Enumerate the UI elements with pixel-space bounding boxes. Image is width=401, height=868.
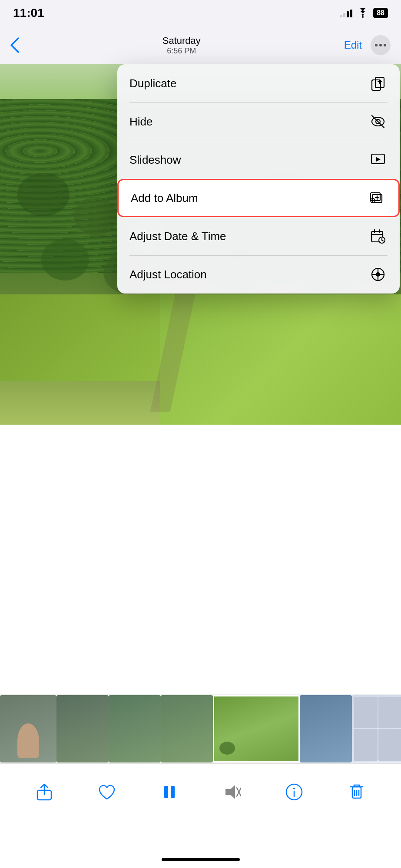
navigation-bar: Saturday 6:56 PM Edit bbox=[0, 26, 401, 64]
nav-time: 6:56 PM bbox=[19, 46, 344, 56]
mute-button[interactable] bbox=[219, 779, 245, 805]
share-button[interactable] bbox=[31, 779, 57, 805]
nav-date: Saturday bbox=[19, 35, 344, 46]
menu-item-add-to-album[interactable]: Add to Album bbox=[117, 179, 400, 217]
filmstrip-thumb-4[interactable] bbox=[161, 695, 213, 762]
back-button[interactable] bbox=[10, 37, 19, 53]
slideshow-icon bbox=[368, 150, 388, 169]
hide-label: Hide bbox=[129, 115, 152, 129]
filmstrip[interactable] bbox=[0, 694, 401, 763]
duplicate-label: Duplicate bbox=[129, 77, 176, 90]
svg-point-0 bbox=[362, 16, 364, 18]
svg-marker-23 bbox=[376, 157, 381, 162]
location-icon bbox=[368, 265, 388, 284]
add-to-album-label: Add to Album bbox=[131, 191, 198, 205]
filmstrip-thumb-2[interactable] bbox=[56, 695, 109, 762]
nav-center: Saturday 6:56 PM bbox=[19, 35, 344, 56]
filmstrip-thumb-active[interactable] bbox=[213, 695, 300, 762]
adjust-location-label: Adjust Location bbox=[129, 268, 207, 281]
battery-indicator: 88 bbox=[373, 8, 388, 18]
svg-rect-46 bbox=[164, 786, 168, 798]
favorite-button[interactable] bbox=[94, 779, 120, 805]
battery-level: 88 bbox=[377, 9, 384, 17]
svg-rect-47 bbox=[171, 786, 175, 798]
add-to-album-icon bbox=[367, 188, 386, 208]
calendar-clock-icon bbox=[368, 227, 388, 246]
nav-right-buttons: Edit bbox=[344, 35, 391, 55]
filmstrip-thumb-1[interactable] bbox=[0, 695, 56, 762]
filmstrip-thumb-3[interactable] bbox=[109, 695, 161, 762]
svg-point-2 bbox=[379, 44, 382, 46]
svg-point-43 bbox=[219, 742, 235, 755]
status-time: 11:01 bbox=[13, 6, 44, 20]
menu-item-adjust-date-time[interactable]: Adjust Date & Time bbox=[117, 217, 400, 255]
svg-point-3 bbox=[384, 44, 386, 46]
adjust-date-time-label: Adjust Date & Time bbox=[129, 230, 226, 243]
wifi-icon bbox=[357, 8, 369, 18]
pause-button[interactable] bbox=[156, 779, 182, 805]
svg-point-42 bbox=[378, 274, 379, 275]
slideshow-label: Slideshow bbox=[129, 153, 181, 167]
signal-icon bbox=[340, 9, 352, 17]
svg-point-5 bbox=[74, 197, 117, 236]
menu-item-duplicate[interactable]: Duplicate bbox=[117, 64, 400, 102]
more-button[interactable] bbox=[371, 35, 391, 55]
white-area bbox=[0, 425, 401, 694]
svg-point-1 bbox=[375, 44, 378, 46]
menu-item-adjust-location[interactable]: Adjust Location bbox=[117, 255, 400, 294]
status-icons: 88 bbox=[340, 8, 388, 18]
delete-button[interactable] bbox=[344, 779, 370, 805]
svg-marker-48 bbox=[225, 785, 235, 799]
home-indicator bbox=[162, 858, 240, 861]
bottom-toolbar bbox=[0, 763, 401, 820]
svg-point-4 bbox=[17, 173, 70, 216]
edit-button[interactable]: Edit bbox=[344, 39, 362, 51]
menu-item-slideshow[interactable]: Slideshow bbox=[117, 141, 400, 179]
menu-item-hide[interactable]: Hide bbox=[117, 102, 400, 141]
filmstrip-thumb-7[interactable] bbox=[352, 695, 401, 762]
context-menu: Duplicate Hide Slideshow bbox=[117, 64, 400, 294]
hide-icon bbox=[368, 112, 388, 131]
duplicate-icon bbox=[368, 74, 388, 93]
svg-point-10 bbox=[41, 239, 89, 281]
svg-point-53 bbox=[293, 788, 295, 789]
info-button[interactable] bbox=[281, 779, 307, 805]
filmstrip-thumb-6[interactable] bbox=[300, 695, 352, 762]
status-bar: 11:01 88 bbox=[0, 0, 401, 26]
